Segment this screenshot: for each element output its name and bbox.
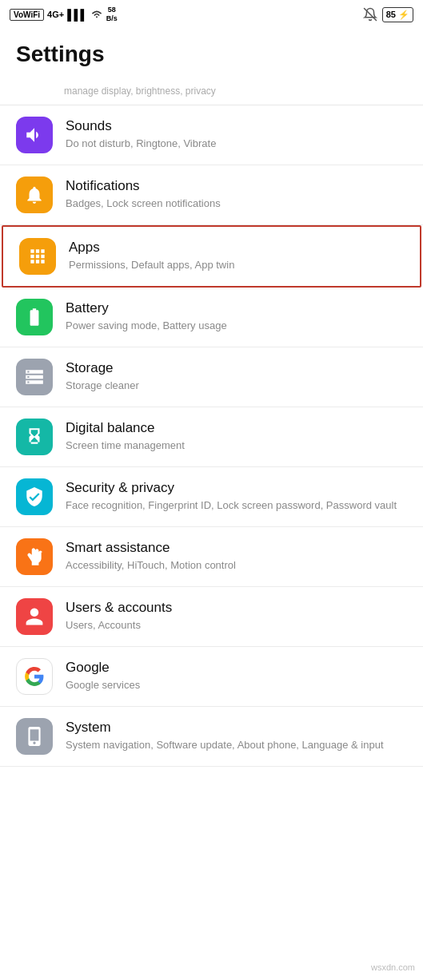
status-bar: VoWiFi 4G+ ▌▌▌ 58 B/s 85 ⚡ xyxy=(0,0,423,29)
battery-indicator: 85 ⚡ xyxy=(382,7,413,22)
digital-balance-text: Digital balanceScreen time management xyxy=(66,420,407,453)
apps-icon xyxy=(19,238,56,275)
charging-icon: ⚡ xyxy=(398,10,409,19)
smart-assistance-subtitle: Accessibility, HiTouch, Motion control xyxy=(66,558,407,573)
users-accounts-text: Users & accountsUsers, Accounts xyxy=(66,600,407,633)
battery-icon xyxy=(16,299,53,335)
battery-subtitle: Power saving mode, Battery usage xyxy=(66,319,407,333)
users-accounts-title: Users & accounts xyxy=(66,600,407,616)
security-privacy-subtitle: Face recognition, Fingerprint ID, Lock s… xyxy=(66,498,407,513)
settings-item-storage[interactable]: StorageStorage cleaner xyxy=(0,347,423,407)
settings-item-sounds[interactable]: SoundsDo not disturb, Ringtone, Vibrate xyxy=(0,105,423,165)
digital-balance-title: Digital balance xyxy=(66,420,407,436)
network-type: 4G+ xyxy=(47,10,64,19)
settings-item-digital-balance[interactable]: Digital balanceScreen time management xyxy=(0,407,423,467)
settings-item-google[interactable]: GoogleGoogle services xyxy=(0,647,423,707)
settings-item-smart-assistance[interactable]: Smart assistanceAccessibility, HiTouch, … xyxy=(0,527,423,587)
digital-balance-icon xyxy=(16,419,53,455)
security-privacy-title: Security & privacy xyxy=(66,480,407,496)
sounds-title: Sounds xyxy=(66,118,407,134)
page-title: Settings xyxy=(0,29,423,77)
storage-subtitle: Storage cleaner xyxy=(66,379,407,393)
apps-title: Apps xyxy=(69,240,404,256)
battery-percent: 85 xyxy=(386,10,396,19)
settings-item-users-accounts[interactable]: Users & accountsUsers, Accounts xyxy=(0,587,423,647)
settings-item-system[interactable]: SystemSystem navigation, Software update… xyxy=(0,707,423,767)
smart-assistance-text: Smart assistanceAccessibility, HiTouch, … xyxy=(66,540,407,573)
wifi-icon xyxy=(90,9,103,20)
digital-balance-subtitle: Screen time management xyxy=(66,438,407,453)
notifications-subtitle: Badges, Lock screen notifications xyxy=(66,196,407,211)
settings-item-battery[interactable]: BatteryPower saving mode, Battery usage xyxy=(0,288,423,347)
battery-text: BatteryPower saving mode, Battery usage xyxy=(66,300,407,333)
users-accounts-icon xyxy=(16,598,53,635)
storage-title: Storage xyxy=(66,360,407,376)
watermark: wsxdn.com xyxy=(371,962,415,972)
settings-item-security-privacy[interactable]: Security & privacyFace recognition, Fing… xyxy=(0,467,423,527)
battery-title: Battery xyxy=(66,300,407,316)
security-privacy-text: Security & privacyFace recognition, Fing… xyxy=(66,480,407,513)
sounds-text: SoundsDo not disturb, Ringtone, Vibrate xyxy=(66,118,407,151)
sounds-icon xyxy=(16,117,53,153)
top-partial-item: manage display, brightness, privacy xyxy=(0,77,423,105)
sounds-subtitle: Do not disturb, Ringtone, Vibrate xyxy=(66,137,407,151)
storage-icon xyxy=(16,359,53,395)
status-left: VoWiFi 4G+ ▌▌▌ 58 B/s xyxy=(10,6,118,23)
settings-item-apps[interactable]: AppsPermissions, Default apps, App twin xyxy=(2,225,421,288)
google-title: Google xyxy=(66,660,407,676)
signal-bars: ▌▌▌ xyxy=(67,9,87,21)
network-speed: 58 B/s xyxy=(106,6,118,23)
system-icon xyxy=(16,718,53,755)
google-text: GoogleGoogle services xyxy=(66,660,407,692)
security-privacy-icon xyxy=(16,478,53,515)
notifications-text: NotificationsBadges, Lock screen notific… xyxy=(66,178,407,211)
storage-text: StorageStorage cleaner xyxy=(66,360,407,393)
google-icon xyxy=(16,658,53,695)
smart-assistance-title: Smart assistance xyxy=(66,540,407,556)
system-subtitle: System navigation, Software update, Abou… xyxy=(66,738,407,752)
users-accounts-subtitle: Users, Accounts xyxy=(66,618,407,633)
vowifi-label: VoWiFi xyxy=(10,9,44,21)
smart-assistance-icon xyxy=(16,538,53,575)
google-subtitle: Google services xyxy=(66,678,407,692)
apps-text: AppsPermissions, Default apps, App twin xyxy=(69,240,404,272)
settings-item-notifications[interactable]: NotificationsBadges, Lock screen notific… xyxy=(0,165,423,225)
system-text: SystemSystem navigation, Software update… xyxy=(66,720,407,752)
bell-muted-icon xyxy=(363,7,377,22)
system-title: System xyxy=(66,720,407,736)
notifications-icon xyxy=(16,177,53,213)
status-right: 85 ⚡ xyxy=(363,7,413,22)
apps-subtitle: Permissions, Default apps, App twin xyxy=(69,258,404,272)
settings-list: SoundsDo not disturb, Ringtone, VibrateN… xyxy=(0,105,423,767)
notifications-title: Notifications xyxy=(66,178,407,194)
